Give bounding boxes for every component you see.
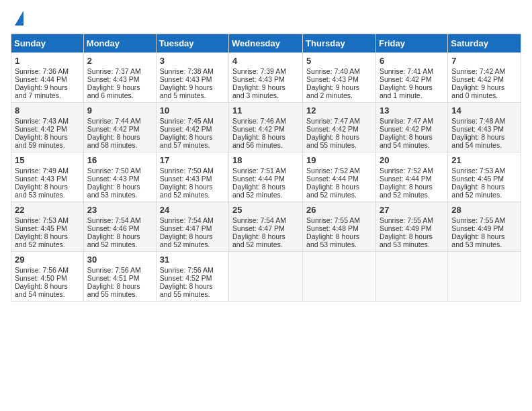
day-cell: 17Sunrise: 7:50 AMSunset: 4:43 PMDayligh… [156,152,228,202]
day-cell: 12Sunrise: 7:47 AMSunset: 4:42 PMDayligh… [303,103,376,152]
sunrise: Sunrise: 7:52 AM [306,167,360,175]
day-cell: 3Sunrise: 7:38 AMSunset: 4:43 PMDaylight… [156,53,228,103]
day-cell: 2Sunrise: 7:37 AMSunset: 4:43 PMDaylight… [83,53,156,103]
daylight: Daylight: 8 hours and 56 minutes. [232,133,285,149]
sunset: Sunset: 4:43 PM [232,75,285,83]
daylight: Daylight: 8 hours and 54 minutes. [451,133,504,149]
day-cell [229,252,303,302]
day-number: 28 [451,205,517,215]
day-cell: 22Sunrise: 7:53 AMSunset: 4:45 PMDayligh… [11,202,84,252]
sunrise: Sunrise: 7:50 AM [87,167,141,175]
sunset: Sunset: 4:42 PM [306,125,359,133]
day-cell [448,252,521,302]
week-row-2: 8Sunrise: 7:43 AMSunset: 4:42 PMDaylight… [11,103,521,152]
daylight: Daylight: 8 hours and 52 minutes. [160,232,213,248]
day-number: 31 [160,255,225,265]
sunset: Sunset: 4:42 PM [87,125,140,133]
day-number: 30 [87,255,152,265]
day-cell: 31Sunrise: 7:56 AMSunset: 4:52 PMDayligh… [156,252,228,302]
daylight: Daylight: 8 hours and 55 minutes. [160,282,213,298]
header-cell-saturday: Saturday [448,34,521,53]
sunset: Sunset: 4:52 PM [160,274,212,282]
sunset: Sunset: 4:43 PM [160,75,212,83]
day-cell: 27Sunrise: 7:55 AMSunset: 4:49 PMDayligh… [375,202,447,252]
header-cell-monday: Monday [83,34,156,53]
day-number: 1 [15,56,80,66]
day-number: 24 [160,205,225,215]
day-number: 7 [451,56,517,66]
day-number: 9 [87,105,152,116]
sunset: Sunset: 4:44 PM [380,175,432,183]
sunrise: Sunrise: 7:55 AM [451,216,505,224]
sunset: Sunset: 4:48 PM [306,224,359,232]
day-number: 26 [306,205,372,215]
sunrise: Sunrise: 7:55 AM [380,216,433,224]
sunset: Sunset: 4:42 PM [160,125,212,133]
sunset: Sunset: 4:42 PM [15,125,67,133]
sunset: Sunset: 4:47 PM [232,224,285,232]
day-cell: 9Sunrise: 7:44 AMSunset: 4:42 PMDaylight… [83,103,156,152]
daylight: Daylight: 8 hours and 52 minutes. [232,232,285,248]
sunrise: Sunrise: 7:47 AM [380,117,433,125]
sunrise: Sunrise: 7:54 AM [87,216,141,224]
sunrise: Sunrise: 7:47 AM [306,117,360,125]
daylight: Daylight: 8 hours and 53 minutes. [451,232,504,248]
daylight: Daylight: 8 hours and 53 minutes. [15,183,68,199]
daylight: Daylight: 8 hours and 52 minutes. [160,183,213,199]
day-cell: 26Sunrise: 7:55 AMSunset: 4:48 PMDayligh… [303,202,376,252]
day-number: 10 [160,105,225,116]
daylight: Daylight: 8 hours and 52 minutes. [87,232,140,248]
header-cell-sunday: Sunday [11,34,84,53]
sunset: Sunset: 4:42 PM [380,125,432,133]
sunrise: Sunrise: 7:37 AM [87,67,141,75]
day-cell: 11Sunrise: 7:46 AMSunset: 4:42 PMDayligh… [229,103,303,152]
calendar-table: SundayMondayTuesdayWednesdayThursdayFrid… [11,34,521,302]
sunrise: Sunrise: 7:39 AM [232,67,286,75]
sunrise: Sunrise: 7:56 AM [160,266,214,274]
sunset: Sunset: 4:43 PM [87,175,140,183]
week-row-3: 15Sunrise: 7:49 AMSunset: 4:43 PMDayligh… [11,152,521,202]
sunrise: Sunrise: 7:38 AM [160,67,214,75]
daylight: Daylight: 8 hours and 57 minutes. [160,133,213,149]
day-number: 8 [15,105,80,116]
week-row-5: 29Sunrise: 7:56 AMSunset: 4:50 PMDayligh… [11,252,521,302]
sunrise: Sunrise: 7:51 AM [232,167,286,175]
sunset: Sunset: 4:51 PM [87,274,140,282]
daylight: Daylight: 8 hours and 53 minutes. [380,232,433,248]
day-cell: 20Sunrise: 7:52 AMSunset: 4:44 PMDayligh… [375,152,447,202]
day-number: 29 [15,255,80,265]
week-row-1: 1Sunrise: 7:36 AMSunset: 4:44 PMDaylight… [11,53,521,103]
day-cell: 18Sunrise: 7:51 AMSunset: 4:44 PMDayligh… [229,152,303,202]
day-cell: 8Sunrise: 7:43 AMSunset: 4:42 PMDaylight… [11,103,84,152]
sunrise: Sunrise: 7:56 AM [15,266,69,274]
daylight: Daylight: 9 hours and 3 minutes. [232,83,285,99]
day-number: 19 [306,155,372,165]
day-cell: 13Sunrise: 7:47 AMSunset: 4:42 PMDayligh… [375,103,447,152]
daylight: Daylight: 8 hours and 52 minutes. [380,183,433,199]
day-number: 22 [15,205,80,215]
day-number: 6 [380,56,444,66]
sunset: Sunset: 4:45 PM [15,224,67,232]
day-cell: 21Sunrise: 7:53 AMSunset: 4:45 PMDayligh… [448,152,521,202]
day-cell: 15Sunrise: 7:49 AMSunset: 4:43 PMDayligh… [11,152,84,202]
sunset: Sunset: 4:43 PM [451,125,504,133]
sunrise: Sunrise: 7:49 AM [15,167,69,175]
daylight: Daylight: 8 hours and 52 minutes. [15,232,68,248]
daylight: Daylight: 9 hours and 1 minute. [380,83,433,99]
day-cell: 4Sunrise: 7:39 AMSunset: 4:43 PMDaylight… [229,53,303,103]
day-cell: 23Sunrise: 7:54 AMSunset: 4:46 PMDayligh… [83,202,156,252]
sunset: Sunset: 4:43 PM [306,75,359,83]
daylight: Daylight: 8 hours and 53 minutes. [87,183,140,199]
day-number: 15 [15,155,80,165]
sunrise: Sunrise: 7:53 AM [15,216,69,224]
daylight: Daylight: 8 hours and 58 minutes. [87,133,140,149]
sunrise: Sunrise: 7:52 AM [380,167,433,175]
day-cell: 29Sunrise: 7:56 AMSunset: 4:50 PMDayligh… [11,252,84,302]
day-number: 21 [451,155,517,165]
day-number: 20 [380,155,444,165]
daylight: Daylight: 9 hours and 0 minutes. [451,83,504,99]
logo [11,11,24,26]
day-number: 16 [87,155,152,165]
day-cell: 7Sunrise: 7:42 AMSunset: 4:42 PMDaylight… [448,53,521,103]
sunrise: Sunrise: 7:54 AM [160,216,214,224]
